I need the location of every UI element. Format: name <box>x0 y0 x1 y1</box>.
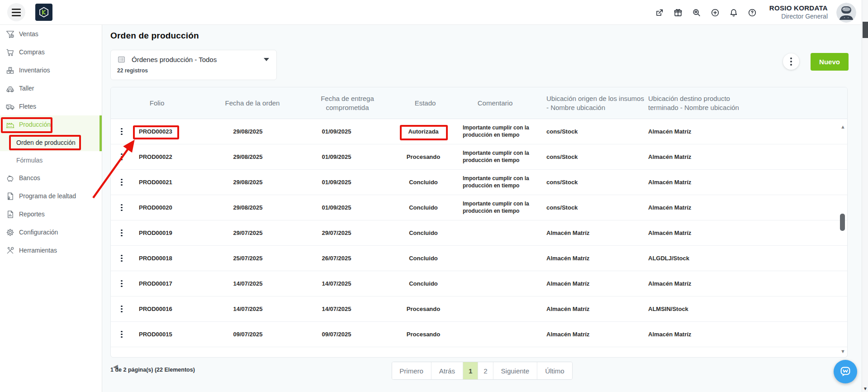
sidebar-item-inventarios[interactable]: Inventarios <box>0 61 102 79</box>
chat-bubble-icon <box>839 365 852 378</box>
sidebar-item-orden-de-produccion[interactable]: Orden de producción <box>0 134 102 151</box>
row-kebab-menu[interactable] <box>111 256 133 261</box>
sidebar-item-label: Bancos <box>19 174 40 182</box>
sidebar: Ventas Compras Inventarios Taller Fletes… <box>0 25 102 392</box>
pagination-first-button[interactable]: Primero <box>392 362 432 379</box>
row-kebab-menu[interactable] <box>111 154 133 160</box>
sidebar-item-produccion[interactable]: Producción <box>0 115 102 134</box>
help-circle-icon[interactable] <box>747 8 757 18</box>
view-selector[interactable]: Órdenes producción - Todos 22 registros <box>110 50 277 80</box>
cell-filler <box>750 181 847 184</box>
pagination-prev-button[interactable]: Atrás <box>432 362 463 379</box>
cell-fecha-entrega: 01/09/2025 <box>300 152 395 162</box>
cell-folio: PROD00020 <box>133 202 205 213</box>
sidebar-item-label: Programa de lealtad <box>19 192 76 200</box>
chevron-down-icon <box>264 58 269 61</box>
loyalty-document-icon <box>5 191 15 201</box>
table-row[interactable]: PROD00020 29/08/2025 01/09/2025 Concluid… <box>111 195 847 220</box>
sidebar-item-label: Producción <box>19 121 51 128</box>
table-row[interactable]: PROD00017 14/07/2025 14/07/2025 Concluid… <box>111 271 847 296</box>
new-button[interactable]: Nuevo <box>811 53 849 71</box>
table-row[interactable]: PROD00016 14/07/2025 14/07/2025 Procesan… <box>111 296 847 322</box>
sidebar-item-bancos[interactable]: Bancos <box>0 169 102 187</box>
pagination-page-2-button[interactable]: 2 <box>478 362 493 379</box>
page-title: Orden de producción <box>110 31 199 41</box>
cell-ubicacion-destino: Almacén Matríz <box>648 228 750 238</box>
pagination-summary: 1 de 2 página(s) (22 Elementos) <box>110 367 195 373</box>
row-kebab-menu[interactable] <box>111 332 133 337</box>
sidebar-item-programa-de-lealtad[interactable]: Programa de lealtad <box>0 187 102 205</box>
cell-filler <box>750 307 847 311</box>
sidebar-item-label: Reportes <box>19 210 45 218</box>
table-scroll-down-icon[interactable]: ▼ <box>840 349 845 354</box>
notifications-bell-icon[interactable] <box>729 8 739 18</box>
table-scroll-up-icon[interactable]: ▲ <box>840 124 845 129</box>
table-row[interactable]: PROD00023 29/08/2025 01/09/2025 Autoriza… <box>111 119 847 144</box>
row-kebab-menu[interactable] <box>111 281 133 287</box>
table-row[interactable]: PROD00019 29/07/2025 29/07/2025 Concluid… <box>111 220 847 246</box>
cell-ubicacion-destino: Almacén Matríz <box>648 177 750 187</box>
table-row[interactable]: PROD00018 25/07/2025 26/07/2025 Concluid… <box>111 246 847 271</box>
cell-comentario: Importante cumplir con la producción en … <box>463 173 546 191</box>
cell-estado: Procesando <box>395 304 463 314</box>
table-row[interactable]: PROD00015 09/07/2025 09/07/2025 Procesan… <box>111 322 847 347</box>
cell-estado: Concluido <box>395 278 463 289</box>
cell-fecha-entrega: 01/09/2025 <box>300 202 395 213</box>
row-kebab-menu[interactable] <box>111 180 133 185</box>
table-row[interactable]: PROD00021 29/08/2025 01/09/2025 Concluid… <box>111 170 847 195</box>
column-header-fecha-entrega: Fecha de entrega comprometida <box>300 91 395 115</box>
report-document-icon <box>5 210 15 219</box>
sidebar-item-reportes[interactable]: Reportes <box>0 205 102 223</box>
window-scrollbar-thumb[interactable] <box>863 22 868 38</box>
window-scroll-down-icon[interactable]: ▼ <box>862 386 868 391</box>
row-kebab-menu[interactable] <box>111 129 133 134</box>
table-scrollbar-thumb[interactable] <box>840 214 845 231</box>
sidebar-item-configuracion[interactable]: Configuración <box>0 223 102 241</box>
sales-funnel-icon <box>5 29 15 39</box>
cell-ubicacion-origen: Almacén Matríz <box>546 278 648 289</box>
cell-ubicacion-destino: ALGDLJ/Stock <box>648 253 750 263</box>
cell-fecha-entrega: 14/07/2025 <box>300 278 395 289</box>
kebab-icon <box>121 229 123 231</box>
pagination-next-button[interactable]: Siguiente <box>493 362 538 379</box>
cell-estado: Concluido <box>395 202 463 213</box>
cell-ubicacion-origen: Almacén Matríz <box>546 304 648 314</box>
search-document-icon[interactable] <box>692 8 702 18</box>
cell-ubicacion-destino: ALMSIN/Stock <box>648 304 750 314</box>
app-root: { "colors": { "accent_green": "#8cc63e",… <box>0 0 868 392</box>
row-kebab-menu[interactable] <box>111 306 133 312</box>
cell-folio: PROD00023 <box>133 126 205 137</box>
row-kebab-menu[interactable] <box>111 205 133 210</box>
hamburger-menu-button[interactable] <box>7 3 25 21</box>
pagination-page-1-button[interactable]: 1 <box>463 362 478 379</box>
cell-fecha-orden: 29/08/2025 <box>205 152 300 162</box>
table-row[interactable]: PROD00022 29/08/2025 01/09/2025 Procesan… <box>111 144 847 170</box>
cell-comentario: Importante cumplir con la producción en … <box>463 123 546 140</box>
external-link-icon[interactable] <box>655 8 664 18</box>
sidebar-item-formulas[interactable]: Fórmulas <box>0 151 102 169</box>
avatar[interactable] <box>836 3 856 23</box>
sidebar-item-ventas[interactable]: Ventas <box>0 25 102 43</box>
sidebar-item-label: Taller <box>19 85 34 92</box>
chat-widget-button[interactable] <box>834 360 857 383</box>
page-options-kebab-button[interactable] <box>783 53 799 70</box>
add-circle-icon[interactable] <box>710 8 720 18</box>
cell-fecha-orden: 29/07/2025 <box>205 228 300 238</box>
cell-fecha-entrega: 01/09/2025 <box>300 126 395 137</box>
sidebar-item-fletes[interactable]: Fletes <box>0 97 102 115</box>
pagination-last-button[interactable]: Último <box>537 362 572 379</box>
sidebar-item-taller[interactable]: Taller <box>0 79 102 97</box>
gift-icon[interactable] <box>673 8 683 18</box>
sidebar-item-herramientas[interactable]: Herramientas <box>0 241 102 259</box>
sidebar-item-compras[interactable]: Compras <box>0 43 102 61</box>
user-info[interactable]: ROSIO KORDATA Director General <box>769 4 828 20</box>
row-kebab-menu[interactable] <box>111 230 133 236</box>
app-logo[interactable] <box>35 4 52 21</box>
cell-folio: PROD00017 <box>133 278 205 289</box>
main-content: Orden de producción Órdenes producción -… <box>102 25 862 392</box>
hexagon-logo-icon <box>38 6 50 19</box>
window-scrollbar[interactable]: ▼ <box>862 0 868 392</box>
cell-fecha-orden: 09/07/2025 <box>205 329 300 339</box>
view-selector-label: Órdenes producción - Todos <box>132 56 217 63</box>
car-icon <box>5 84 15 93</box>
